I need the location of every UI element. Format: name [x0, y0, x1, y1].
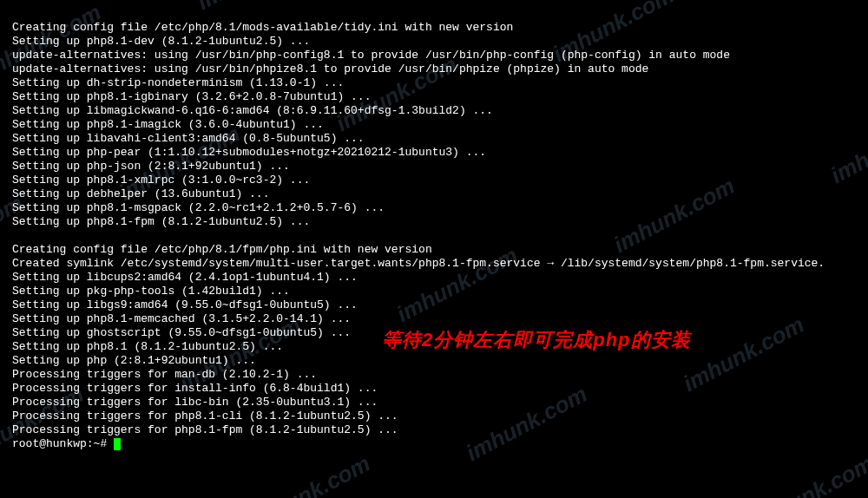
terminal-output[interactable]: Creating config file /etc/php/8.1/mods-a…: [12, 7, 856, 451]
terminal-line: Setting up php8.1-igbinary (3.2.6+2.0.8-…: [12, 90, 856, 104]
terminal-line: update-alternatives: using /usr/bin/php-…: [12, 49, 856, 62]
terminal-line: Setting up php-json (2:8.1+92ubuntu1) ..…: [12, 160, 856, 174]
terminal-line: Setting up libavahi-client3:amd64 (0.8-5…: [12, 132, 856, 146]
terminal-line: Setting up libmagickwand-6.q16-6:amd64 (…: [12, 104, 856, 118]
terminal-line: Setting up php8.1-memcached (3.1.5+2.2.0…: [12, 312, 856, 326]
terminal-line: Setting up php8.1-fpm (8.1.2-1ubuntu2.5)…: [12, 215, 856, 229]
terminal-line: Processing triggers for php8.1-fpm (8.1.…: [12, 423, 856, 437]
terminal-prompt-line[interactable]: root@hunkwp:~#: [12, 437, 856, 451]
terminal-cursor: [114, 438, 121, 450]
terminal-line: update-alternatives: using /usr/bin/phpi…: [12, 62, 856, 76]
terminal-line: Setting up php-pear (1:1.10.12+submodule…: [12, 146, 856, 160]
watermark: imhunk.com: [751, 455, 868, 498]
terminal-line: Creating config file /etc/php/8.1/mods-a…: [12, 21, 856, 35]
terminal-line: Setting up php (2:8.1+92ubuntu1) ...: [12, 354, 856, 368]
terminal-line: Created symlink /etc/systemd/system/mult…: [12, 257, 856, 271]
terminal-line: Setting up php8.1-imagick (3.6.0-4ubuntu…: [12, 118, 856, 132]
terminal-line: Setting up php8.1-dev (8.1.2-1ubuntu2.5)…: [12, 35, 856, 49]
terminal-line: Setting up debhelper (13.6ubuntu1) ...: [12, 187, 856, 201]
terminal-line: Setting up libcups2:amd64 (2.4.1op1-1ubu…: [12, 271, 856, 285]
watermark: imhunk.com: [247, 455, 372, 498]
terminal-line: Setting up dh-strip-nondeterminism (1.13…: [12, 76, 856, 90]
terminal-line: Creating config file /etc/php/8.1/fpm/ph…: [12, 243, 856, 257]
annotation-text: 等待2分钟左右即可完成php的安装: [382, 333, 691, 347]
terminal-line: Processing triggers for install-info (6.…: [12, 382, 856, 396]
terminal-line: Processing triggers for libc-bin (2.35-0…: [12, 396, 856, 410]
terminal-line: Setting up php8.1-msgpack (2.2.0~rc1+2.1…: [12, 201, 856, 215]
terminal-line: [12, 7, 856, 21]
terminal-line: Processing triggers for man-db (2.10.2-1…: [12, 368, 856, 382]
terminal-line: Setting up php8.1-xmlrpc (3:1.0.0~rc3-2)…: [12, 174, 856, 187]
terminal-line: [12, 229, 856, 243]
terminal-line: Setting up pkg-php-tools (1.42build1) ..…: [12, 285, 856, 298]
terminal-line: Setting up libgs9:amd64 (9.55.0~dfsg1-0u…: [12, 298, 856, 312]
terminal-line: Processing triggers for php8.1-cli (8.1.…: [12, 410, 856, 423]
terminal-prompt: root@hunkwp:~#: [12, 437, 114, 450]
